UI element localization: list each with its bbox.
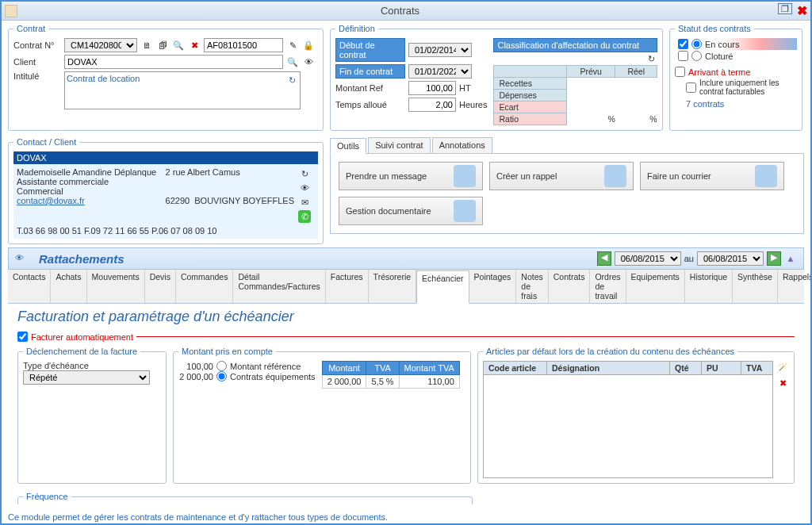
subtab-synth-se[interactable]: Synthèse xyxy=(733,270,778,303)
subtab-pointages[interactable]: Pointages xyxy=(469,270,517,303)
contact-role: Assistante commerciale xyxy=(17,177,166,186)
montant-ref-input[interactable] xyxy=(408,81,456,95)
date-to[interactable]: 06/08/2015 xyxy=(697,251,764,266)
btn-prendre-message[interactable]: Prendre un message xyxy=(339,162,483,190)
phone-icon[interactable]: ✆ xyxy=(298,210,311,223)
contact-phones: T.03 66 98 00 51 F.09 72 11 66 55 P.06 0… xyxy=(17,226,315,236)
en-cours-radio[interactable] xyxy=(691,39,702,49)
subtab-ech-ancier[interactable]: Echéancier xyxy=(416,270,469,304)
arrivant-check[interactable] xyxy=(675,67,685,77)
subtab-historique[interactable]: Historique xyxy=(685,270,733,303)
facturer-auto-check[interactable] xyxy=(17,331,28,342)
binoculars-icon[interactable]: 🔍 xyxy=(172,39,185,52)
contact-refresh-icon[interactable]: ↻ xyxy=(298,167,311,180)
montant-ref-radio[interactable] xyxy=(216,361,227,371)
temps-unit: Heures xyxy=(459,100,487,109)
btn-gestion-doc[interactable]: Gestion documentaire xyxy=(339,197,483,225)
tab-annotations[interactable]: Annotations xyxy=(432,137,492,153)
montant-unit: HT xyxy=(459,83,471,93)
th-desig[interactable]: Désignation xyxy=(547,362,670,375)
date-prev-button[interactable]: ◀ xyxy=(597,251,611,266)
rattachements-title: Rattachements xyxy=(39,252,124,266)
contrat-num-select[interactable]: CM14020800 xyxy=(64,38,137,52)
mail-icon[interactable]: ✉ xyxy=(298,196,311,209)
refresh-icon[interactable]: ↻ xyxy=(285,74,298,86)
statut-legend: Statut des contrats xyxy=(675,24,754,33)
temps-input[interactable] xyxy=(408,98,456,112)
type-echeance-select[interactable]: Répété xyxy=(23,370,150,385)
art-delete-icon[interactable]: ✖ xyxy=(776,377,789,389)
contrats-eq-radio[interactable] xyxy=(216,371,227,381)
debut-date[interactable]: 01/02/2014 xyxy=(408,43,472,57)
th-pu[interactable]: PU xyxy=(702,362,741,375)
frequence-legend: Fréquence xyxy=(23,492,71,501)
temps-label: Temps alloué xyxy=(335,100,405,109)
contrats-count: 7 contrats xyxy=(686,99,797,109)
cloture-check[interactable] xyxy=(678,51,688,61)
articles-legend: Articles par défaut lors de la création … xyxy=(483,347,737,356)
close-button[interactable]: ✖ xyxy=(797,3,807,18)
en-cours-check[interactable] xyxy=(678,39,688,49)
wizard-icon[interactable]: 🪄 xyxy=(776,361,789,374)
contact-email-link[interactable]: contact@dovax.fr xyxy=(17,196,85,205)
subtab-contrats[interactable]: Contrats xyxy=(549,270,591,303)
cloture-radio[interactable] xyxy=(691,51,702,61)
tab-outils[interactable]: Outils xyxy=(330,138,366,154)
subtab-factures[interactable]: Factures xyxy=(326,270,369,303)
up-arrow-icon[interactable]: ▲ xyxy=(784,252,797,265)
intitule-label: Intitulé xyxy=(13,71,61,81)
articles-body[interactable] xyxy=(484,375,773,478)
contact-legend: Contact / Client xyxy=(13,137,79,147)
subtab-ordres-de-travail[interactable]: Ordres de travail xyxy=(590,270,626,303)
contact-company: DOVAX xyxy=(13,151,318,164)
declenchement-legend: Déclenchement de la facture xyxy=(23,347,140,356)
folder-icon xyxy=(454,200,476,222)
btn-creer-rappel[interactable]: Créer un rappel xyxy=(489,162,634,190)
tab-suivi[interactable]: Suivi contrat xyxy=(368,137,431,153)
date-from[interactable]: 06/08/2015 xyxy=(615,251,681,266)
subtab-achats[interactable]: Achats xyxy=(51,270,86,303)
client-label: Client xyxy=(13,57,61,67)
montant-ref-label: Montant Ref xyxy=(335,83,405,93)
classif-refresh-icon[interactable]: ↻ xyxy=(645,52,657,65)
type-echeance-label: Type d'échéance xyxy=(23,361,161,370)
montant-pris-legend: Montant pris en compte xyxy=(178,347,276,356)
client-search-icon[interactable]: 🔍 xyxy=(286,56,299,68)
th-qte[interactable]: Qté xyxy=(670,362,702,375)
letter-icon xyxy=(755,165,777,187)
th-tva[interactable]: TVA xyxy=(741,362,773,375)
lock-icon[interactable]: 🔒 xyxy=(302,39,315,52)
contrat-num-label: Contrat N° xyxy=(13,40,61,50)
subtab-notes-de-frais[interactable]: Notes de frais xyxy=(516,270,548,303)
maximize-button[interactable]: ❐ xyxy=(778,3,792,14)
inclure-check[interactable] xyxy=(686,82,696,93)
th-reel: Réel xyxy=(615,66,657,78)
subtab-contacts[interactable]: Contacts xyxy=(8,270,51,303)
client-edit-icon[interactable]: 👁 xyxy=(302,56,315,68)
subtab-devis[interactable]: Devis xyxy=(145,270,176,303)
intitule-area[interactable]: Contrat de location ↻ xyxy=(64,71,301,109)
subtab-tr-sorerie[interactable]: Trésorerie xyxy=(369,270,416,303)
th-code[interactable]: Code article xyxy=(484,362,547,375)
eye-icon[interactable]: 👁 xyxy=(298,182,311,194)
definition-fieldset: Définition Début de contrat 01/02/2014 F… xyxy=(330,24,663,131)
window-title: Contrats xyxy=(22,5,778,17)
contrat-legend: Contrat xyxy=(13,24,48,33)
edit-icon[interactable]: ✎ xyxy=(286,39,299,52)
paste-icon[interactable]: 🗐 xyxy=(156,39,169,52)
fin-date[interactable]: 01/01/2022 xyxy=(408,64,472,79)
subtab-mouvements[interactable]: Mouvements xyxy=(87,270,145,303)
subtab-equipements[interactable]: Equipements xyxy=(626,270,685,303)
btn-faire-courrier[interactable]: Faire un courrier xyxy=(640,162,784,190)
delete-icon[interactable]: ✖ xyxy=(188,39,201,52)
copy-icon[interactable]: 🗎 xyxy=(140,39,153,52)
contrat-fieldset: Contrat Contrat N° CM14020800 🗎 🗐 🔍 ✖ ✎ … xyxy=(8,24,324,131)
echeancier-title: Facturation et paramétrage d'un échéanci… xyxy=(8,304,804,330)
client-input[interactable] xyxy=(64,55,283,69)
megaphone-icon xyxy=(604,165,626,187)
subtab-commandes[interactable]: Commandes xyxy=(176,270,234,303)
date-next-button[interactable]: ▶ xyxy=(767,251,781,266)
subtab-d-tail-commandes-factures[interactable]: Détail Commandes/Factures xyxy=(233,270,325,303)
contrat-ref-input[interactable] xyxy=(204,38,283,52)
subtab-rappels[interactable]: Rappels xyxy=(778,270,810,303)
